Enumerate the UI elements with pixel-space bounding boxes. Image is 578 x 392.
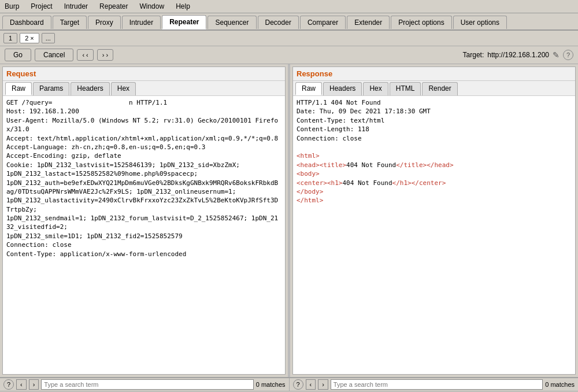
bottom-bar-right: ? ‹ › 0 matches [290,378,579,391]
edit-icon[interactable]: ✎ [553,50,560,60]
action-bar: Go Cancel ‹ ‹ › › Target: http://192.168… [0,46,578,64]
help-btn-right[interactable]: ? [293,379,303,390]
prev-btn-left[interactable]: ‹ [16,379,27,390]
tab-decoder[interactable]: Decoder [258,16,299,29]
menu-window[interactable]: Window [137,1,166,12]
tab-proxy[interactable]: Proxy [88,16,121,29]
response-title: Response [293,67,575,81]
tab-dashboard[interactable]: Dashboard [2,16,51,29]
target-info: Target: http://192.168.1.200 ✎ ? [463,50,573,60]
response-tab-hex[interactable]: Hex [363,82,388,95]
panel-divider[interactable] [288,64,290,377]
tab-target[interactable]: Target [53,16,87,29]
tab-user-options[interactable]: User options [453,16,507,29]
target-url: http://192.168.1.200 [487,51,549,59]
request-tab-hex[interactable]: Hex [111,82,136,95]
tab-extender[interactable]: Extender [347,16,390,29]
prev-btn-right[interactable]: ‹ [306,379,316,390]
help-btn-left[interactable]: ? [3,379,14,390]
target-label: Target: [463,51,484,59]
request-tab-headers[interactable]: Headers [71,82,109,95]
bottom-bar-left: ? ‹ › 0 matches [0,378,290,391]
main-content: Request Raw Params Headers Hex GET /?que… [0,64,578,377]
forward-button[interactable]: › › [97,49,113,61]
tab-project-options[interactable]: Project options [391,16,451,29]
tab-repeater[interactable]: Repeater [162,15,206,29]
response-tab-raw[interactable]: Raw [295,82,322,95]
menu-repeater[interactable]: Repeater [97,1,130,12]
history-tab-more[interactable]: ... [42,33,55,43]
tab-sequencer[interactable]: Sequencer [208,16,256,29]
menu-burp[interactable]: Burp [2,1,21,12]
menu-project[interactable]: Project [28,1,54,12]
go-button[interactable]: Go [5,49,31,61]
history-bar: 1 2 × ... [0,31,578,46]
history-tab-2[interactable]: 2 × [20,33,39,43]
back-button[interactable]: ‹ ‹ [77,49,93,61]
request-tab-params[interactable]: Params [33,82,69,95]
request-sub-tabs: Raw Params Headers Hex [3,81,285,96]
response-tab-render[interactable]: Render [422,82,457,95]
response-tab-headers[interactable]: Headers [323,82,362,95]
response-tab-html[interactable]: HTML [390,82,421,95]
help-icon[interactable]: ? [563,50,573,60]
tab-bar: Dashboard Target Proxy Intruder Repeater… [0,13,578,31]
search-input-right[interactable] [331,379,543,390]
response-content[interactable]: HTTP/1.1 404 Not Found Date: Thu, 09 Dec… [293,96,575,374]
search-input-left[interactable] [41,379,253,390]
history-tab-1[interactable]: 1 [3,33,17,43]
tab-intruder[interactable]: Intruder [122,16,161,29]
cancel-button[interactable]: Cancel [35,49,73,61]
menu-help[interactable]: Help [173,1,192,12]
request-tab-raw[interactable]: Raw [5,82,32,95]
next-btn-left[interactable]: › [29,379,39,390]
match-count-left: 0 matches [256,381,286,388]
response-sub-tabs: Raw Headers Hex HTML Render [293,81,575,96]
menu-bar: Burp Project Intruder Repeater Window He… [0,0,578,13]
menu-intruder[interactable]: Intruder [62,1,90,12]
next-btn-right[interactable]: › [318,379,328,390]
tab-comparer[interactable]: Comparer [300,16,346,29]
request-content[interactable]: GET /?query= n HTTP/1.1 Host: 192.168.1.… [3,96,285,374]
bottom-bars: ? ‹ › 0 matches ? ‹ › 0 matches [0,377,578,391]
request-title: Request [3,67,285,81]
request-panel: Request Raw Params Headers Hex GET /?que… [2,66,286,375]
match-count-right: 0 matches [545,381,575,388]
response-panel: Response Raw Headers Hex HTML Render HTT… [292,66,576,375]
